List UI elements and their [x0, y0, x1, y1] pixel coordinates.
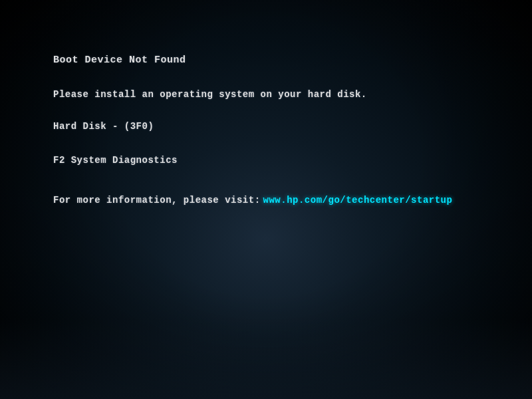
info-url: www.hp.com/go/techcenter/startup: [263, 194, 453, 207]
install-message: Please install an operating system on yo…: [53, 88, 479, 102]
hard-disk-label: Hard Disk - (3F0): [53, 120, 479, 134]
info-prefix: For more information, please visit:: [53, 194, 261, 207]
bios-error-screen: Boot Device Not Found Please install an …: [0, 0, 532, 399]
boot-error-title: Boot Device Not Found: [53, 53, 479, 67]
f2-diagnostics-label: F2 System Diagnostics: [53, 154, 479, 168]
info-line: For more information, please visit: www.…: [53, 194, 479, 207]
error-content: Boot Device Not Found Please install an …: [53, 53, 479, 207]
